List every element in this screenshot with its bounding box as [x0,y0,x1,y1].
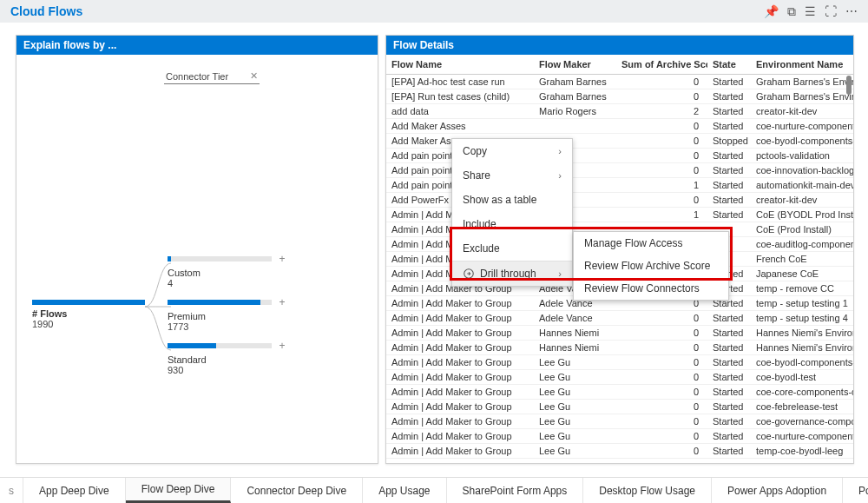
table-cell[interactable]: Admin | Add Maker to Group [386,296,534,311]
table-cell[interactable]: Admin | Add Maker to Group [386,355,534,370]
table-cell[interactable]: Started [707,208,751,222]
table-cell[interactable]: Add Maker Asses [386,119,534,134]
tier-row-premium[interactable]: + Premium 1773 [168,296,287,332]
table-cell[interactable]: Adele Vance [534,311,616,326]
table-cell[interactable]: Admin | Add Maker to Group [386,311,534,326]
table-row[interactable]: Admin | Add Maker to GroupHannes Niemi0S… [386,326,853,341]
table-cell[interactable]: Started [707,414,751,429]
table-cell[interactable]: pctools-prod [751,459,853,462]
table-cell[interactable]: Japanese CoE [751,267,853,281]
table-cell[interactable]: automationkit-main-dev [751,178,853,193]
table-cell[interactable]: CoE (Prod Install) [751,222,853,237]
tab-flow-deep-dive[interactable]: Flow Deep Dive [126,478,232,503]
table-cell[interactable]: Started [707,163,751,178]
table-cell[interactable]: coe-innovation-backlog-compo [751,163,853,178]
table-row[interactable]: Admin | Add Maker to GroupLee Gu0Started… [386,429,853,444]
table-cell[interactable]: Started [707,89,751,104]
tab-app-usage[interactable]: App Usage [363,478,446,503]
table-cell[interactable]: 0 [616,414,707,429]
table-cell[interactable]: Lee Gu [534,385,616,400]
col-archive-score[interactable]: Sum of Archive Score [616,55,707,75]
table-cell[interactable]: add data [386,104,534,119]
table-row[interactable]: Add Maker Asses0Startedcoe-nurture-compo… [386,119,853,134]
table-cell[interactable]: Started [707,104,751,119]
table-cell[interactable]: Admin | Add Maker to Group [386,370,534,385]
tab-scroll-left[interactable]: s [0,478,23,503]
table-cell[interactable]: Hannes Niemi [534,341,616,355]
table-cell[interactable]: coe-nurture-components-dev [751,119,853,134]
chip-connector-tier[interactable]: Connector Tier ✕ [164,69,260,84]
table-cell[interactable]: Started [707,326,751,341]
ctx-exclude[interactable]: Exclude [452,236,572,261]
ctx-include[interactable]: Include [452,212,572,236]
table-cell[interactable]: Started [707,311,751,326]
copy-icon[interactable]: ⧉ [787,4,796,19]
table-cell[interactable]: Lee Gu [534,400,616,414]
table-cell[interactable]: 0 [616,89,707,104]
drill-through-submenu[interactable]: Manage Flow Access Review Flow Archive S… [573,231,729,301]
table-cell[interactable]: Graham Barnes's Environment [751,89,853,104]
tab-connector-deep-dive[interactable]: Connector Deep Dive [231,478,363,503]
table-cell[interactable]: Graham Barnes [534,75,616,89]
ctx-show-table[interactable]: Show as a table [452,188,572,212]
table-cell[interactable]: Lee Gu [534,459,616,462]
table-cell[interactable]: Admin | Add Maker to Group [386,326,534,341]
table-cell[interactable]: Started [707,355,751,370]
table-cell[interactable]: coe-auditlog-components-dev [751,237,853,252]
table-cell[interactable]: 1 [616,178,707,193]
table-cell[interactable]: Started [707,341,751,355]
col-flow-maker[interactable]: Flow Maker [534,55,616,75]
ctx-copy[interactable]: Copy› [452,139,572,163]
tab-power-platform-yoy-adopti[interactable]: Power Platform YoY Adopti [843,478,868,503]
table-cell[interactable]: 0 [616,355,707,370]
expand-icon[interactable]: + [277,340,287,352]
table-cell[interactable]: 0 [616,444,707,459]
table-cell[interactable]: Started [707,178,751,193]
table-row[interactable]: Admin | Add Maker to GroupLee Gu0Started… [386,385,853,400]
more-icon[interactable]: ⋯ [845,4,858,18]
table-cell[interactable]: temp-coe-byodl-leeg [751,444,853,459]
table-cell[interactable]: Lee Gu [534,370,616,385]
table-row[interactable]: Admin | Add Maker to GroupLee Gu0Stopped… [386,459,853,462]
table-row[interactable]: [EPA] Run test cases (child)Graham Barne… [386,89,853,104]
tier-row-custom[interactable]: + Custom 4 [168,253,287,288]
scrollbar-thumb[interactable] [846,76,852,95]
table-cell[interactable]: 2 [616,104,707,119]
table-cell[interactable]: 0 [616,163,707,178]
ctx-drill-through[interactable]: Drill through › [452,261,572,286]
table-cell[interactable] [534,119,616,134]
table-cell[interactable]: Started [707,370,751,385]
table-cell[interactable]: creator-kit-dev [751,193,853,208]
table-cell[interactable]: Stopped [707,134,751,149]
table-cell[interactable]: 0 [616,326,707,341]
table-cell[interactable]: Lee Gu [534,444,616,459]
table-cell[interactable]: Hannes Niemi [534,326,616,341]
table-cell[interactable]: coe-byodl-components-dev [751,355,853,370]
col-env-name[interactable]: Environment Name [751,55,853,75]
explain-flows-card[interactable]: Explain flows by ... Connector Tier ✕ # … [16,35,378,464]
table-cell[interactable]: Stopped [707,459,751,462]
table-cell[interactable]: Started [707,444,751,459]
table-row[interactable]: Admin | Add Maker to GroupLee Gu0Started… [386,370,853,385]
table-cell[interactable]: Admin | Add Maker to Group [386,459,534,462]
expand-icon[interactable]: + [277,253,287,265]
table-cell[interactable]: coe-byodl-components-dev [751,134,853,149]
table-row[interactable]: Admin | Add Maker to GroupLee Gu0Started… [386,414,853,429]
table-row[interactable]: Admin | Add Maker to GroupAdele Vance0St… [386,311,853,326]
table-cell[interactable]: [EPA] Ad-hoc test case run [386,75,534,89]
table-cell[interactable]: Lee Gu [534,414,616,429]
table-cell[interactable]: 0 [616,370,707,385]
table-cell[interactable]: Graham Barnes's Environment [751,75,853,89]
table-cell[interactable]: Started [707,149,751,163]
table-cell[interactable]: 0 [616,429,707,444]
table-row[interactable]: add dataMario Rogers2Startedcreator-kit-… [386,104,853,119]
table-cell[interactable]: Started [707,429,751,444]
table-cell[interactable]: Admin | Add Maker to Group [386,429,534,444]
table-cell[interactable]: Started [707,385,751,400]
table-cell[interactable]: Started [707,193,751,208]
table-cell[interactable]: [EPA] Run test cases (child) [386,89,534,104]
table-cell[interactable]: Admin | Add Maker to Group [386,414,534,429]
context-menu[interactable]: Copy› Share› Show as a table Include Exc… [451,138,573,287]
table-cell[interactable]: coe-governance-components-d [751,414,853,429]
table-cell[interactable]: CoE (BYODL Prod Install) [751,208,853,222]
